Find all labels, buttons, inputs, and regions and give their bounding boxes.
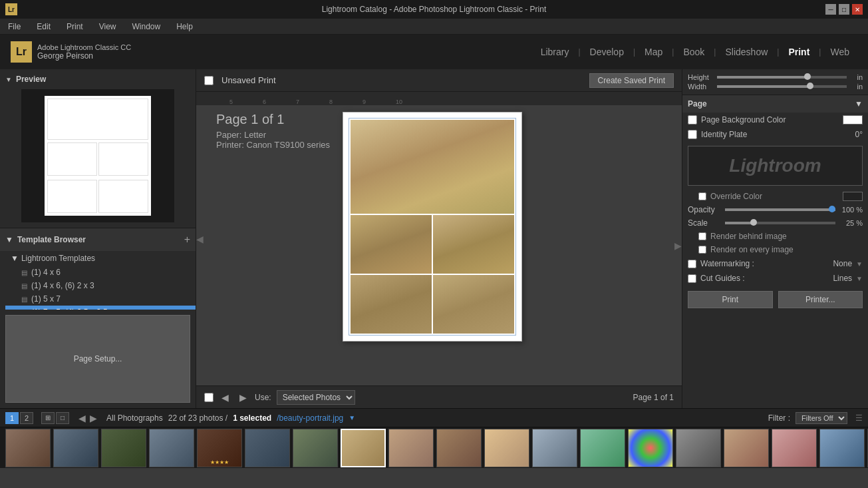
override-color-checkbox[interactable] [698, 192, 706, 200]
watermarking-option: Watermarking : None ▼ [682, 256, 868, 271]
watermarking-checkbox[interactable] [688, 260, 696, 268]
filter-label: Filter : [768, 413, 790, 423]
lr-templates-collapse-icon: ▼ [11, 254, 19, 263]
render-every-checkbox[interactable] [698, 246, 706, 254]
left-panel-toggle-arrow[interactable]: ◀ [196, 234, 204, 244]
filmstrip-photo-6[interactable] [245, 429, 290, 467]
filmstrip-photo-11[interactable] [484, 429, 529, 467]
minimize-button[interactable]: ─ [825, 4, 836, 15]
photos-file[interactable]: /beauty-portrait.jpg [277, 413, 343, 423]
opacity-slider[interactable] [725, 208, 835, 211]
create-saved-button[interactable]: Create Saved Print [589, 73, 674, 88]
maximize-button[interactable]: □ [839, 4, 849, 15]
print-button[interactable]: Print [688, 291, 773, 308]
override-color-option: Override Color [682, 190, 868, 203]
filmstrip-photo-8[interactable] [341, 429, 386, 467]
filmstrip-photo-10[interactable] [436, 429, 482, 467]
preview-canvas [21, 89, 174, 222]
menu-print[interactable]: Print [64, 21, 86, 33]
filmstrip-photo-3[interactable] [101, 429, 146, 467]
template-item-0[interactable]: ▤ (1) 4 x 6 [5, 266, 196, 279]
filter-select[interactable]: Filters Off [796, 412, 847, 424]
main-area: ▼ Preview [0, 69, 868, 408]
filmstrip-num-1[interactable]: 1 [5, 412, 19, 424]
unsaved-checkbox[interactable] [204, 76, 214, 85]
template-icon-1: ▤ [21, 282, 27, 290]
nav-book[interactable]: Book [675, 44, 712, 60]
close-button[interactable]: ✕ [852, 4, 863, 15]
page-section-label: Page [688, 99, 707, 109]
filmstrip-prev-arrow[interactable]: ◀ [77, 413, 87, 423]
scale-row: Scale 25 % [682, 216, 868, 230]
watermarking-arrow[interactable]: ▼ [856, 260, 863, 268]
menu-view[interactable]: View [96, 21, 119, 33]
right-panel-toggle-arrow[interactable]: ▶ [674, 240, 682, 251]
nav-print[interactable]: Print [780, 44, 817, 60]
printer-button[interactable]: Printer... [778, 291, 863, 308]
lr-info: Adobe Lightroom Classic CC George Peirso… [37, 43, 131, 61]
photos-file-arrow[interactable]: ▼ [349, 414, 355, 421]
height-slider-track[interactable] [717, 76, 847, 79]
render-behind-checkbox[interactable] [698, 232, 706, 240]
nav-web[interactable]: Web [822, 44, 857, 60]
filmstrip-photo-9[interactable] [388, 429, 434, 467]
page-section-header[interactable]: Page ▼ [682, 95, 868, 113]
template-item-3[interactable]: ▤ (1) 7 x 5, (4) 2.5 x 3.5 [5, 306, 196, 310]
prev-page-arrow[interactable]: ◀ [219, 392, 231, 403]
menu-window[interactable]: Window [130, 21, 164, 33]
page-setup-button[interactable]: Page Setup... [5, 315, 190, 403]
page-bg-color-checkbox[interactable] [688, 115, 697, 124]
app-logo: Lr [5, 3, 17, 15]
filmstrip-photo-16[interactable] [724, 429, 769, 467]
identity-plate-checkbox[interactable] [688, 130, 697, 139]
menu-help[interactable]: Help [174, 21, 196, 33]
template-label-0: (1) 4 x 6 [31, 268, 61, 277]
scale-label: Scale [688, 218, 721, 228]
nav-slideshow[interactable]: Slideshow [717, 44, 776, 60]
filmstrip-next-arrow[interactable]: ▶ [88, 413, 98, 423]
grid-view-icon[interactable]: ⊞ [41, 412, 55, 424]
single-view-icon[interactable]: □ [56, 412, 69, 424]
filmstrip-photo-14[interactable] [628, 429, 673, 467]
lr-templates-header[interactable]: ▼ Lightroom Templates [5, 251, 196, 266]
nav-develop[interactable]: Develop [582, 44, 632, 60]
menu-edit[interactable]: Edit [34, 21, 53, 33]
template-browser-header[interactable]: ▼ Template Browser + [0, 228, 196, 251]
filmstrip-photo-12[interactable] [532, 429, 577, 467]
template-item-1[interactable]: ▤ (1) 4 x 6, (6) 2 x 3 [5, 279, 196, 292]
page-checkbox[interactable] [204, 393, 214, 402]
template-item-2[interactable]: ▤ (1) 5 x 7 [5, 292, 196, 306]
filmstrip-photo-4[interactable] [149, 429, 194, 467]
filmstrip-nums: 1 2 [5, 412, 33, 424]
cut-guides-checkbox[interactable] [688, 274, 696, 283]
filmstrip-num-2[interactable]: 2 [20, 412, 33, 424]
render-every-option: Render on every image [682, 243, 868, 256]
use-select[interactable]: Selected Photos [277, 390, 355, 405]
filmstrip-photo-7[interactable] [293, 429, 338, 467]
filmstrip-photo-15[interactable] [676, 429, 721, 467]
nav-map[interactable]: Map [637, 44, 670, 60]
photo-row-2 [351, 275, 514, 334]
width-slider-row: Width in [688, 83, 863, 91]
title-bar-left: Lr [5, 3, 17, 15]
width-slider-track[interactable] [717, 85, 847, 88]
identity-plate-preview[interactable]: Lightroom [688, 146, 863, 186]
filmstrip-photo-13[interactable] [580, 429, 625, 467]
menu-file[interactable]: File [5, 21, 23, 33]
override-color-swatch[interactable] [843, 192, 863, 201]
filmstrip-photo-18[interactable] [819, 429, 865, 467]
filmstrip-photo-1[interactable] [5, 429, 51, 467]
next-page-arrow[interactable]: ▶ [237, 392, 249, 403]
page-bg-color-swatch[interactable] [843, 115, 863, 124]
preview-header[interactable]: ▼ Preview [5, 75, 190, 84]
filmstrip-scroll-icon[interactable]: ☰ [855, 413, 863, 423]
scale-slider[interactable] [725, 222, 835, 224]
nav-library[interactable]: Library [533, 44, 577, 60]
cut-guides-arrow[interactable]: ▼ [856, 275, 863, 282]
filmstrip-photos: ★★★★ [0, 427, 868, 468]
filmstrip-photo-2[interactable] [53, 429, 98, 467]
template-add-button[interactable]: + [184, 234, 190, 246]
filmstrip-photo-17[interactable] [772, 429, 817, 467]
unsaved-title: Unsaved Print [221, 75, 276, 85]
filmstrip-photo-5[interactable]: ★★★★ [197, 429, 242, 467]
